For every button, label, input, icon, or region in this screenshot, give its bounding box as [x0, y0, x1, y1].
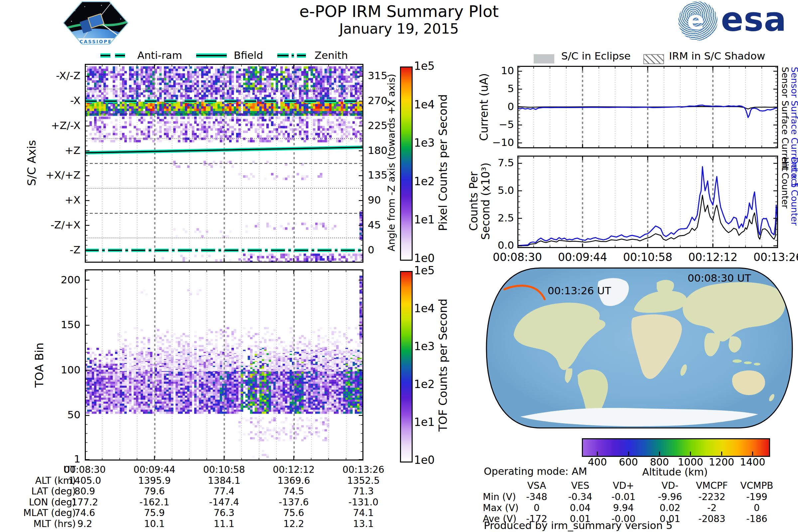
ephem-cell-r3c0: 177.2	[50, 497, 120, 508]
ephem-cell-r3c1: -162.1	[120, 497, 190, 508]
ephem-cell-r0c1: 00:09:44	[120, 464, 190, 475]
ephem-cell-r4c0: 74.6	[50, 507, 120, 518]
shadow-legend-swatch	[643, 54, 664, 64]
tof-cbar-tick-1e3: 1e3	[414, 340, 435, 353]
counts-right-label-blue: Detect Counter	[790, 157, 798, 226]
tof-cbar-tick-1e2: 1e2	[414, 378, 435, 391]
volt-cell-r1c2: 9.94	[598, 502, 648, 513]
pixel-cbar-tick-1e1: 1e1	[414, 213, 435, 226]
ephem-cell-r3c4: -131.0	[328, 497, 398, 508]
volt-cell-r0c1: -0.34	[555, 491, 605, 502]
pixel-colorbar	[400, 66, 413, 261]
alt-cbar-tickmark-1200	[721, 452, 722, 456]
ephem-cell-r1c1: 1395.9	[120, 475, 190, 486]
time-xtick-4: 00:13:26	[746, 251, 798, 264]
counts-ytick-7.5: 7.5	[489, 157, 514, 169]
ephem-cell-r1c2: 1384.1	[189, 475, 259, 486]
volt-cell-r1c5: 0	[732, 502, 782, 513]
alt-cbar-tick-1400: 1400	[733, 456, 773, 468]
legend-label-zenith: Zenith	[315, 49, 348, 61]
ephem-cell-r2c4: 71.3	[328, 486, 398, 497]
sc-axis-row-label-2: +Z/-X	[7, 119, 80, 131]
altitude-colorbar-title: Altitude (km)	[625, 466, 725, 478]
ephem-cell-r5c2: 11.1	[189, 518, 259, 529]
legend-line-dashdot-icon	[277, 53, 307, 58]
volt-col-header-VES: VES	[555, 480, 605, 491]
sc-axis-row-label-1: -X	[7, 94, 80, 107]
tof-cbar-tick-1e4: 1e4	[414, 302, 435, 315]
ephem-cell-r0c3: 00:12:12	[259, 464, 329, 475]
ephem-cell-r1c3: 1369.6	[259, 475, 329, 486]
volt-cell-r0c0: -348	[512, 491, 562, 502]
ephem-cell-r0c0: 00:08:30	[50, 464, 120, 475]
sc-axis-row-label-6: -Z/+X	[7, 219, 80, 231]
ephem-cell-r4c2: 76.3	[189, 507, 259, 518]
ground-track-map	[484, 265, 795, 431]
ephem-cell-r5c3: 12.2	[259, 518, 329, 529]
esa-e-glyph: e	[687, 5, 705, 35]
counts-series-detect-counter	[517, 167, 778, 246]
toa-tick-1: 1	[33, 453, 80, 465]
sc-axis-row-label-7: -Z	[7, 244, 80, 256]
volt-col-header-VMCPF: VMCPF	[687, 480, 737, 491]
alt-cbar-tickmark-600	[628, 452, 629, 456]
ephem-cell-r4c4: 74.1	[328, 507, 398, 518]
volt-cell-r2c0: -172	[512, 513, 562, 524]
volt-cell-r1c4: -2	[687, 502, 737, 513]
angle-tick-135: 135	[368, 169, 398, 181]
track-start-time: 00:08:30 UT	[688, 272, 751, 284]
current-ytick-0: 0	[489, 100, 514, 112]
cassiope-label: CASSIOPE	[79, 39, 112, 44]
esa-wordmark: esa	[721, 1, 787, 38]
ephem-cell-r1c0: 1405.0	[50, 475, 120, 486]
legend-line-dashed-icon	[100, 53, 130, 58]
current-right-label-black: Sensor Surface Current	[780, 67, 790, 171]
sc-axis-row-label-5: +X	[7, 194, 80, 206]
angle-tick-180: 180	[368, 144, 398, 156]
volt-cell-r2c2: -0.00	[598, 513, 648, 524]
pixel-cbar-tick-1e4: 1e4	[414, 98, 435, 111]
ephem-cell-r5c0: 9.2	[50, 518, 120, 529]
ephem-cell-r3c2: -147.4	[189, 497, 259, 508]
toa-spectrogram	[85, 269, 363, 460]
ephem-cell-r3c3: -137.6	[259, 497, 329, 508]
pixel-cbar-tick-1e5: 1e5	[414, 59, 435, 73]
counts-ylabel-line2: Second (x10³)	[480, 163, 492, 240]
volt-cell-r0c2: -0.01	[598, 491, 648, 502]
counts-ytick-5.0: 5.0	[489, 184, 514, 196]
alt-cbar-tickmark-1000	[690, 452, 691, 456]
angle-tick-0: 0	[368, 244, 398, 256]
pixel-colorbar-title: Pixel Counts per Second	[436, 94, 450, 231]
track-end-time: 00:13:26 UT	[548, 285, 611, 297]
alt-cbar-tickmark-800	[659, 452, 660, 456]
sc-axis-row-label-3: +Z	[7, 144, 80, 156]
counts-ylabel: Counts Per Second (x10³)	[468, 163, 492, 240]
toa-tick-150: 150	[33, 319, 80, 330]
pixel-cbar-tick-1e2: 1e2	[414, 175, 435, 188]
legend-line-solid-icon	[195, 53, 227, 58]
current-ytick-5: 5	[489, 82, 514, 94]
pixel-cbar-tick-1e0: 1e0	[414, 252, 435, 265]
page-title: e-POP IRM Summary Plot	[233, 2, 565, 21]
ephem-cell-r4c3: 75.6	[259, 507, 329, 518]
volt-col-header-VSA: VSA	[512, 480, 562, 491]
current-ytick-−10: −10	[489, 136, 514, 148]
current-ytick-−5: −5	[489, 118, 514, 130]
time-xtick-2: 00:10:58	[616, 251, 679, 264]
time-xtick-0: 00:08:30	[486, 251, 549, 264]
eclipse-legend-label: S/C in Eclipse	[561, 50, 631, 62]
ephem-cell-r2c3: 74.5	[259, 486, 329, 497]
volt-cell-r2c4: -2083	[687, 513, 737, 524]
legend-label-bfield: Bfield	[234, 49, 263, 61]
ephem-cell-r2c0: 80.9	[50, 486, 120, 497]
tof-colorbar-title: TOF Counts per Second	[436, 299, 450, 432]
tof-cbar-tick-1e5: 1e5	[414, 264, 435, 277]
volt-cell-r1c1: 0.04	[555, 502, 605, 513]
tof-cbar-tick-1e0: 1e0	[414, 454, 435, 467]
tof-colorbar	[400, 271, 413, 462]
eclipse-legend-swatch	[534, 54, 554, 63]
operating-mode: Operating mode: AM	[484, 466, 587, 477]
volt-cell-r2c1: 0.01	[555, 513, 605, 524]
counts-ylabel-line1: Counts Per	[468, 163, 480, 240]
shadow-legend-label: IRM in S/C Shadow	[669, 50, 765, 62]
